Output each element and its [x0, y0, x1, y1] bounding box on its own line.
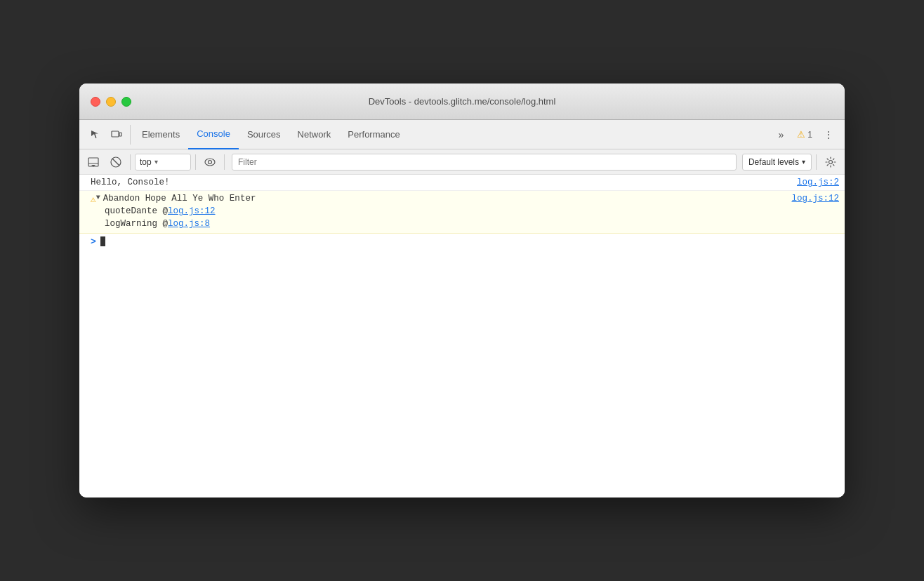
toolbar-divider-2	[195, 154, 196, 170]
log-message: Hello, Console!	[91, 178, 170, 187]
devtools-tabs: Elements Console Sources Network Perform…	[79, 120, 845, 149]
levels-arrow: ▾	[802, 158, 805, 166]
tab-console[interactable]: Console	[188, 120, 239, 149]
clear-console-button[interactable]	[106, 152, 126, 172]
collapse-arrow-icon[interactable]: ▼	[96, 194, 100, 201]
tab-performance[interactable]: Performance	[339, 120, 408, 149]
console-toolbar: top ▾ Default levels ▾	[79, 149, 845, 175]
svg-line-6	[112, 159, 119, 166]
svg-point-9	[829, 160, 833, 163]
svg-point-7	[205, 159, 215, 166]
warning-triangle-icon: ⚠	[91, 194, 96, 205]
toolbar-divider-1	[130, 154, 131, 170]
console-output: Hello, Console! log.js:2 ⚠ ▼ Abandon Hop…	[79, 175, 845, 497]
stack-label-1: quoteDante @	[105, 206, 168, 216]
maximize-button[interactable]	[121, 97, 131, 107]
show-drawer-button[interactable]	[84, 152, 103, 172]
inspect-element-icon[interactable]	[85, 124, 106, 145]
prompt-caret: >	[91, 236, 96, 247]
title-bar: DevTools - devtools.glitch.me/console/lo…	[79, 84, 845, 120]
svg-point-8	[209, 160, 212, 163]
toolbar-divider-3	[224, 154, 225, 170]
devtools-window: DevTools - devtools.glitch.me/console/lo…	[79, 84, 845, 497]
tab-elements[interactable]: Elements	[133, 120, 188, 149]
tabs-right: » ⚠ 1 ⋮	[770, 124, 839, 145]
svg-rect-0	[112, 131, 119, 137]
warning-badge[interactable]: ⚠ 1	[794, 128, 815, 141]
stack-link-2[interactable]: log.js:8	[168, 219, 210, 229]
log-file-link[interactable]: log.js:2	[783, 178, 839, 187]
warning-message: Abandon Hope All Ye Who Enter	[103, 194, 256, 203]
settings-button[interactable]	[821, 152, 840, 172]
warning-icon: ⚠	[797, 129, 805, 140]
warning-file-link[interactable]: log.js:12	[777, 194, 839, 203]
stack-link-1[interactable]: log.js:12	[168, 206, 216, 216]
log-row: Hello, Console! log.js:2	[91, 178, 839, 187]
svg-rect-1	[119, 133, 121, 136]
close-button[interactable]	[91, 97, 100, 107]
context-selector[interactable]: top ▾	[135, 154, 191, 171]
more-tabs-button[interactable]: »	[770, 124, 791, 145]
window-title: DevTools - devtools.glitch.me/console/lo…	[369, 96, 556, 107]
toolbar-divider-4	[816, 154, 817, 170]
tab-network[interactable]: Network	[289, 120, 340, 149]
minimize-button[interactable]	[106, 97, 116, 107]
context-arrow: ▾	[154, 158, 158, 166]
eye-icon-button[interactable]	[200, 152, 220, 172]
prompt-cursor	[100, 236, 105, 246]
stack-line-1: quoteDante @ log.js:12	[91, 205, 839, 218]
filter-wrapper	[232, 154, 737, 171]
tab-sources[interactable]: Sources	[239, 120, 289, 149]
device-toolbar-icon[interactable]	[106, 124, 127, 145]
console-entry-warning: ⚠ ▼ Abandon Hope All Ye Who Enter log.js…	[79, 191, 845, 234]
console-entry-log: Hello, Console! log.js:2	[79, 175, 845, 191]
stack-line-2: logWarning @ log.js:8	[91, 218, 839, 230]
filter-input[interactable]	[232, 154, 737, 171]
levels-selector[interactable]: Default levels ▾	[742, 154, 812, 171]
traffic-lights	[91, 97, 131, 107]
warning-content: ⚠ ▼ Abandon Hope All Ye Who Enter log.js…	[91, 194, 839, 230]
stack-label-2: logWarning @	[105, 219, 168, 229]
tabs-divider	[130, 125, 131, 145]
more-tools-button[interactable]: ⋮	[818, 124, 839, 145]
warning-title-row: ⚠ ▼ Abandon Hope All Ye Who Enter log.js…	[91, 194, 839, 205]
console-prompt[interactable]: >	[79, 234, 845, 253]
